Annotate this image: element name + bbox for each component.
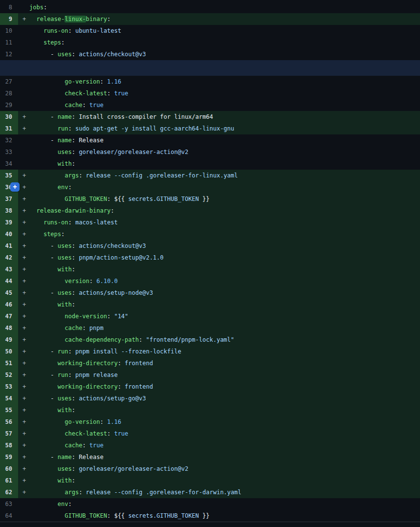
diff-line-body: + with:: [18, 475, 420, 486]
line-number[interactable]: 33: [0, 146, 18, 158]
diff-marker: +: [18, 451, 29, 463]
code-line: release-darwin-binary:: [29, 205, 114, 217]
diff-line-58: 58+ cache: true: [0, 439, 420, 451]
diff-line-45: 45+ - uses: actions/setup-node@v3: [0, 287, 420, 299]
diff-marker: +: [18, 322, 29, 334]
line-number[interactable]: 38: [0, 205, 18, 217]
line-number[interactable]: 42: [0, 252, 18, 264]
code-line: run: sudo apt-get -y install gcc-aarch64…: [29, 123, 234, 134]
line-number[interactable]: 31: [0, 123, 18, 134]
line-number[interactable]: 32: [0, 134, 18, 146]
line-number[interactable]: 44: [0, 275, 18, 287]
line-number[interactable]: 9: [0, 13, 18, 25]
line-number[interactable]: 59: [0, 451, 18, 463]
line-number[interactable]: 50: [0, 346, 18, 357]
line-number[interactable]: 39: [0, 217, 18, 228]
line-number[interactable]: 52: [0, 369, 18, 381]
line-number[interactable]: 8: [0, 1, 18, 13]
code-line: with:: [29, 264, 75, 275]
diff-line-35: 35+ args: release --config .goreleaser-f…: [0, 170, 420, 181]
code-line: go-version: 1.16: [29, 416, 121, 428]
line-number[interactable]: 49: [0, 334, 18, 346]
line-number[interactable]: 41: [0, 240, 18, 252]
line-number[interactable]: 28: [0, 88, 18, 99]
diff-line-30: 30+ - name: Install cross-compiler for l…: [0, 111, 420, 123]
line-number[interactable]: 53: [0, 381, 18, 393]
diff-marker: [18, 510, 29, 522]
line-number[interactable]: 60: [0, 463, 18, 475]
code-line: uses: goreleaser/goreleaser-action@v2: [29, 146, 188, 158]
line-number[interactable]: 43: [0, 264, 18, 275]
diff-line-39: 39+ runs-on: macos-latest: [0, 217, 420, 228]
line-number[interactable]: 11: [0, 37, 18, 48]
diff-line-body: + - uses: actions/checkout@v3: [18, 240, 420, 252]
diff-line-body: + check-latest: true: [18, 428, 420, 439]
line-number[interactable]: 62: [0, 486, 18, 498]
code-line: check-latest: true: [29, 428, 128, 439]
diff-marker: [18, 99, 29, 111]
diff-line-51: 51+ working-directory: frontend: [0, 357, 420, 369]
code-line: - uses: actions/setup-go@v3: [29, 393, 146, 404]
code-line: go-version: 1.16: [29, 76, 121, 88]
line-number[interactable]: 40: [0, 228, 18, 240]
code-line: uses: goreleaser/goreleaser-action@v2: [29, 463, 188, 475]
line-number[interactable]: 58: [0, 439, 18, 451]
diff-line-body: cache: true: [18, 99, 420, 111]
line-number[interactable]: 46: [0, 299, 18, 310]
code-line: runs-on: ubuntu-latest: [29, 25, 121, 37]
code-line: with:: [29, 299, 75, 310]
diff-marker: [18, 48, 29, 60]
line-number[interactable]: 12: [0, 48, 18, 60]
diff-line-body: env:: [18, 498, 420, 510]
line-number[interactable]: 35: [0, 170, 18, 181]
line-number[interactable]: 10: [0, 25, 18, 37]
line-number[interactable]: 61: [0, 475, 18, 486]
hunk-expander-row[interactable]: [0, 60, 420, 76]
code-line: - run: pnpm release: [29, 369, 118, 381]
code-line: jobs:: [29, 1, 47, 13]
diff-marker: [18, 146, 29, 158]
line-number[interactable]: 37: [0, 193, 18, 205]
diff-line-body: + - uses: actions/setup-go@v3: [18, 393, 420, 404]
line-number[interactable]: 55: [0, 404, 18, 416]
diff-line-body: + uses: goreleaser/goreleaser-action@v2: [18, 463, 420, 475]
code-line: with:: [29, 158, 75, 170]
diff-table: 8jobs:9+ release-linux-binary:10 runs-on…: [0, 1, 420, 522]
line-number[interactable]: 48: [0, 322, 18, 334]
diff-marker: +: [18, 264, 29, 275]
line-number[interactable]: 57: [0, 428, 18, 439]
diff-line-body: + args: release --config .goreleaser-for…: [18, 170, 420, 181]
diff-marker: [18, 25, 29, 37]
add-comment-button[interactable]: +: [10, 182, 20, 192]
diff-marker: +: [18, 228, 29, 240]
diff-marker: +: [18, 475, 29, 486]
code-line: - name: Release: [29, 451, 104, 463]
diff-line-body: + cache-dependency-path: "frontend/pnpm-…: [18, 334, 420, 346]
diff-line-29: 29 cache: true: [0, 99, 420, 111]
line-number[interactable]: 47: [0, 310, 18, 322]
line-number[interactable]: 63: [0, 498, 18, 510]
line-number[interactable]: 54: [0, 393, 18, 404]
line-number[interactable]: 27: [0, 76, 18, 88]
line-number[interactable]: 30: [0, 111, 18, 123]
diff-marker: +: [18, 334, 29, 346]
diff-line-body: + version: 6.10.0: [18, 275, 420, 287]
diff-view: 8jobs:9+ release-linux-binary:10 runs-on…: [0, 0, 420, 527]
code-line: env:: [29, 498, 72, 510]
line-number[interactable]: 56: [0, 416, 18, 428]
code-line: release-linux-binary:: [29, 13, 111, 25]
diff-line-31: 31+ run: sudo apt-get -y install gcc-aar…: [0, 123, 420, 134]
line-number[interactable]: 64: [0, 510, 18, 522]
diff-marker: [18, 37, 29, 48]
code-line: check-latest: true: [29, 88, 128, 99]
diff-marker: +: [18, 252, 29, 264]
line-number[interactable]: 45: [0, 287, 18, 299]
code-line: with:: [29, 404, 75, 416]
diff-line-32: 32 - name: Release: [0, 134, 420, 146]
diff-marker: +: [18, 357, 29, 369]
line-number[interactable]: 34: [0, 158, 18, 170]
diff-line-body: + - name: Release: [18, 451, 420, 463]
line-number[interactable]: 51: [0, 357, 18, 369]
line-number[interactable]: 29: [0, 99, 18, 111]
diff-line-body: uses: goreleaser/goreleaser-action@v2: [18, 146, 420, 158]
